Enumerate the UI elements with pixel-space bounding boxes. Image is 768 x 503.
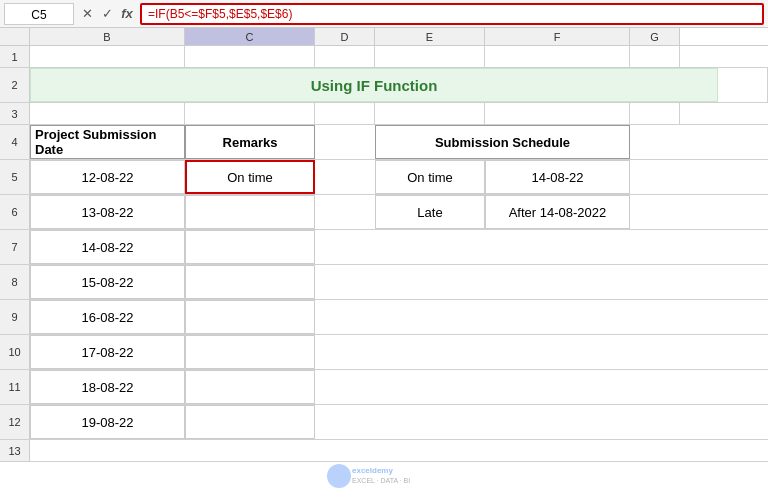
cell-d8[interactable] [315, 265, 375, 299]
cell-g10[interactable] [630, 335, 680, 369]
cell-e6[interactable]: Late [375, 195, 485, 229]
row-10: 10 17-08-22 [0, 335, 768, 370]
cell-f11[interactable] [485, 370, 630, 404]
row-header-10: 10 [0, 335, 30, 369]
row-header-13: 13 [0, 440, 30, 461]
confirm-icon[interactable]: ✓ [98, 6, 116, 21]
cell-d6[interactable] [315, 195, 375, 229]
title-merged-cell[interactable]: Using IF Function [30, 68, 718, 102]
cell-b3[interactable] [30, 103, 185, 124]
header-remarks[interactable]: Remarks [185, 125, 315, 159]
cell-c9[interactable] [185, 300, 315, 334]
cell-c6[interactable] [185, 195, 315, 229]
cell-g6[interactable] [630, 195, 680, 229]
col-header-f[interactable]: F [485, 28, 630, 45]
cell-f12[interactable] [485, 405, 630, 439]
col-header-e[interactable]: E [375, 28, 485, 45]
header-project-date[interactable]: Project Submission Date [30, 125, 185, 159]
cell-d4[interactable] [315, 125, 375, 159]
row-1: 1 [0, 46, 768, 68]
cell-f13[interactable] [485, 440, 630, 461]
row-13: 13 [0, 440, 768, 462]
col-header-c[interactable]: C [185, 28, 315, 45]
col-header-d[interactable]: D [315, 28, 375, 45]
cell-g7[interactable] [630, 230, 680, 264]
cell-b10[interactable]: 17-08-22 [30, 335, 185, 369]
cell-e5[interactable]: On time [375, 160, 485, 194]
cell-e11[interactable] [375, 370, 485, 404]
cell-f9[interactable] [485, 300, 630, 334]
fx-icon[interactable]: fx [118, 6, 136, 21]
cell-e3[interactable] [375, 103, 485, 124]
cell-b12[interactable]: 19-08-22 [30, 405, 185, 439]
cell-c7[interactable] [185, 230, 315, 264]
cell-e10[interactable] [375, 335, 485, 369]
row-5: 5 12-08-22 On time On time 14-08-22 [0, 160, 768, 195]
cell-d10[interactable] [315, 335, 375, 369]
cell-c10[interactable] [185, 335, 315, 369]
cell-d11[interactable] [315, 370, 375, 404]
corner-cell [0, 28, 30, 45]
header-submission-schedule[interactable]: Submission Schedule [375, 125, 630, 159]
cell-c13[interactable] [185, 440, 315, 461]
cell-f3[interactable] [485, 103, 630, 124]
cell-g9[interactable] [630, 300, 680, 334]
row-header-9: 9 [0, 300, 30, 334]
cell-g4[interactable] [630, 125, 680, 159]
row-header-7: 7 [0, 230, 30, 264]
grid-body: 1 2 Using IF Function 3 4 Proje [0, 46, 768, 503]
cell-d13[interactable] [315, 440, 375, 461]
cell-e13[interactable] [375, 440, 485, 461]
cell-d9[interactable] [315, 300, 375, 334]
cell-g8[interactable] [630, 265, 680, 299]
cell-d7[interactable] [315, 230, 375, 264]
formula-input[interactable] [140, 3, 764, 25]
cell-g2[interactable] [718, 68, 768, 102]
cell-b5[interactable]: 12-08-22 [30, 160, 185, 194]
cancel-icon[interactable]: ✕ [78, 6, 96, 21]
row-6: 6 13-08-22 Late After 14-08-2022 [0, 195, 768, 230]
cell-f7[interactable] [485, 230, 630, 264]
cell-e7[interactable] [375, 230, 485, 264]
cell-g11[interactable] [630, 370, 680, 404]
cell-f5[interactable]: 14-08-22 [485, 160, 630, 194]
cell-b9[interactable]: 16-08-22 [30, 300, 185, 334]
cell-f10[interactable] [485, 335, 630, 369]
cell-c3[interactable] [185, 103, 315, 124]
cell-g12[interactable] [630, 405, 680, 439]
cell-c1[interactable] [185, 46, 315, 67]
cell-b8[interactable]: 15-08-22 [30, 265, 185, 299]
cell-e12[interactable] [375, 405, 485, 439]
cell-d1[interactable] [315, 46, 375, 67]
cell-b11[interactable]: 18-08-22 [30, 370, 185, 404]
cell-e8[interactable] [375, 265, 485, 299]
cell-c11[interactable] [185, 370, 315, 404]
cell-f6[interactable]: After 14-08-2022 [485, 195, 630, 229]
cell-e1[interactable] [375, 46, 485, 67]
cell-d12[interactable] [315, 405, 375, 439]
cell-f8[interactable] [485, 265, 630, 299]
cell-b7[interactable]: 14-08-22 [30, 230, 185, 264]
cell-f1[interactable] [485, 46, 630, 67]
column-headers: B C D E F G [0, 28, 768, 46]
cell-d3[interactable] [315, 103, 375, 124]
cell-d5[interactable] [315, 160, 375, 194]
cell-c12[interactable] [185, 405, 315, 439]
cell-b1[interactable] [30, 46, 185, 67]
cell-g13[interactable] [630, 440, 680, 461]
cell-b6[interactable]: 13-08-22 [30, 195, 185, 229]
col-header-b[interactable]: B [30, 28, 185, 45]
cell-b13[interactable] [30, 440, 185, 461]
cell-c5[interactable]: On time [185, 160, 315, 194]
cell-e9[interactable] [375, 300, 485, 334]
cell-g3[interactable] [630, 103, 680, 124]
row-2: 2 Using IF Function [0, 68, 768, 103]
row-header-3: 3 [0, 103, 30, 124]
cell-reference-box[interactable]: C5 [4, 3, 74, 25]
col-header-g[interactable]: G [630, 28, 680, 45]
cell-g1[interactable] [630, 46, 680, 67]
cell-c8[interactable] [185, 265, 315, 299]
cell-g5[interactable] [630, 160, 680, 194]
row-header-11: 11 [0, 370, 30, 404]
row-header-12: 12 [0, 405, 30, 439]
